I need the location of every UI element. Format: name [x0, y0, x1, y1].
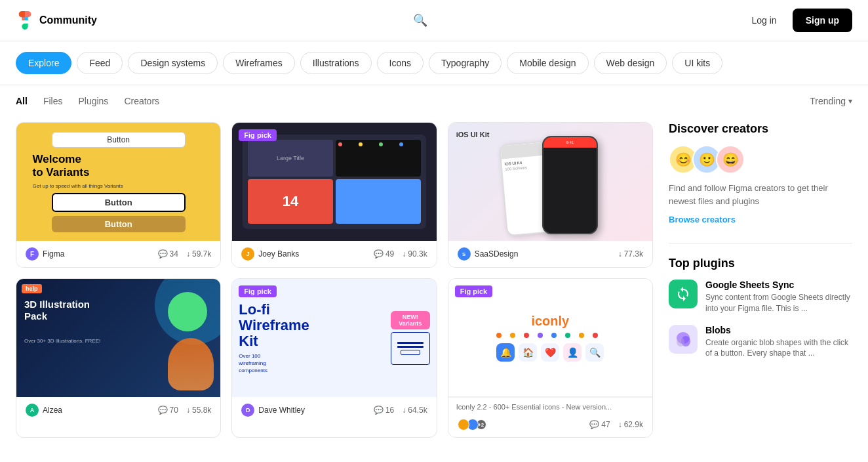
login-button[interactable]: Log in: [744, 10, 785, 31]
card-iconly[interactable]: Fig pick iconly 🔔: [448, 278, 653, 438]
download-icon: ↓: [618, 420, 622, 429]
author-avatar-dave: D: [241, 404, 254, 417]
author-avatar-saas: S: [458, 247, 471, 261]
deco-circle2: [168, 292, 207, 331]
fig-pick-badge-wireframe: Fig pick: [239, 285, 277, 297]
download-icon: ↓: [402, 249, 406, 259]
card-footer-alzea: A Alzea 💬 70 ↓ 55.8k: [16, 397, 220, 423]
creator-avatar-3: 😄: [716, 145, 745, 174]
download-stat-saas: ↓ 77.3k: [618, 249, 643, 259]
nav-tabs: Explore Feed Design systems Wireframes I…: [0, 41, 868, 85]
card-stats-saas: ↓ 77.3k: [618, 249, 643, 259]
figma-avatar-icon: F: [26, 247, 39, 261]
top-plugins-title: Top plugins: [669, 257, 852, 270]
logo: Community: [16, 11, 97, 30]
download-icon: ↓: [186, 249, 190, 259]
download-stat-dave: ↓ 64.5k: [402, 406, 427, 415]
illustration-title: 3D IllustrationPack: [24, 299, 90, 322]
browse-creators-link[interactable]: Browse creators: [669, 215, 736, 224]
card-stats-alzea: 💬 70 ↓ 55.8k: [158, 406, 212, 415]
chevron-down-icon: ▾: [848, 96, 852, 106]
card-author-saas: S SaaSDesign: [458, 247, 519, 261]
discover-creators-title: Discover creators: [669, 122, 852, 136]
card-footer: F Figma 💬 34 ↓ 59.7k: [16, 241, 220, 267]
tab-ui-kits[interactable]: UI kits: [672, 52, 722, 74]
comment-count: 34: [170, 249, 178, 259]
filter-creators[interactable]: Creators: [124, 96, 159, 106]
card-iconly-subtitle: Iconly 2.2 - 600+ Essential icons - New …: [448, 397, 652, 416]
ios-kit-label: iOS UI Kit: [456, 131, 490, 138]
sidebar-divider: [669, 243, 852, 243]
card-author-name-alzea: Alzea: [43, 406, 62, 415]
card-footer-iconly: +2 💬 47 ↓ 62.9k: [448, 416, 652, 437]
card-author-name: Figma: [43, 249, 64, 259]
search-button[interactable]: 🔍: [408, 8, 433, 33]
comment-stat-joey: 💬 49: [374, 249, 394, 259]
main-content: Button Welcometo Variants Get up to spee…: [0, 112, 868, 448]
download-stat: ↓ 59.7k: [186, 249, 211, 259]
google-sheets-info: Google Sheets Sync Sync content from Goo…: [705, 280, 852, 314]
download-count: 77.3k: [624, 249, 643, 259]
fig-pick-badge: Fig pick: [239, 129, 277, 141]
signup-button[interactable]: Sign up: [793, 9, 852, 32]
google-sheets-desc: Sync content from Google Sheets directly…: [705, 292, 852, 314]
card-thumb-title: Welcometo Variants: [33, 153, 205, 179]
person-illustration: [168, 338, 214, 390]
tab-typography[interactable]: Typography: [429, 52, 502, 74]
svg-text:F: F: [30, 251, 34, 258]
comment-stat-alzea: 💬 70: [158, 406, 178, 415]
card-variants[interactable]: Button Welcometo Variants Get up to spee…: [16, 122, 221, 268]
download-count: 55.8k: [192, 406, 211, 415]
card-3d-illustration[interactable]: help 3D IllustrationPack Over 30+ 3D Ill…: [16, 278, 221, 438]
filter-all[interactable]: All: [16, 96, 28, 106]
tab-design-systems[interactable]: Design systems: [128, 52, 218, 74]
iconly-content: iconly 🔔 🏠 ❤: [490, 279, 610, 396]
tab-icons[interactable]: Icons: [377, 52, 424, 74]
download-count: 90.3k: [408, 249, 427, 259]
card-stats-joey: 💬 49 ↓ 90.3k: [374, 249, 427, 259]
help-badge: help: [22, 284, 42, 293]
card-stats: 💬 34 ↓ 59.7k: [158, 249, 212, 259]
card-author-alzea: A Alzea: [26, 404, 62, 417]
card-thumb-btn1: Button: [52, 132, 186, 148]
comment-icon: 💬: [374, 249, 384, 259]
comment-count: 49: [385, 249, 394, 259]
comment-icon: 💬: [158, 406, 168, 415]
card-author-name-saas: SaaSDesign: [475, 249, 519, 259]
filter-bar: All Files Plugins Creators Trending ▾: [0, 85, 868, 112]
creators-avatars: 😊 🙂 😄: [669, 145, 852, 174]
filter-plugins[interactable]: Plugins: [78, 96, 108, 106]
card-ios-kit[interactable]: iOS UI Kit100 Screens 9:41 iOS UI Kit S …: [448, 122, 653, 268]
card-wireframe[interactable]: Fig pick Lo-fiWireframeKit Over 100wiref…: [231, 278, 437, 438]
blobs-info: Blobs Create organic blob shapes with th…: [705, 325, 852, 360]
tab-mobile-design[interactable]: Mobile design: [507, 52, 588, 74]
cards-grid: Button Welcometo Variants Get up to spee…: [16, 122, 653, 438]
card-joey-banks[interactable]: Fig pick Large Title 14 J: [231, 122, 437, 268]
download-stat-joey: ↓ 90.3k: [402, 249, 427, 259]
comment-stat-iconly: 💬 47: [589, 420, 610, 429]
illustration-sub: Over 30+ 3D Illustrations. FREE!: [24, 338, 100, 344]
search-icon: 🔍: [413, 14, 427, 27]
tab-illustrations[interactable]: Illustrations: [300, 52, 372, 74]
download-icon: ↓: [186, 406, 190, 415]
download-icon: ↓: [618, 249, 622, 259]
sort-dropdown[interactable]: Trending ▾: [810, 96, 852, 106]
author-avatar: J: [241, 247, 254, 261]
download-count: 64.5k: [408, 406, 427, 415]
blobs-desc: Create organic blob shapes with the clic…: [705, 337, 852, 360]
tab-explore[interactable]: Explore: [16, 52, 71, 74]
comment-icon: 💬: [374, 406, 384, 415]
plugin-google-sheets[interactable]: Google Sheets Sync Sync content from Goo…: [669, 280, 852, 314]
tab-wireframes[interactable]: Wireframes: [223, 52, 295, 74]
blobs-name: Blobs: [705, 325, 852, 335]
card-stats-iconly: 💬 47 ↓ 62.9k: [589, 420, 643, 429]
logo-title: Community: [39, 14, 97, 26]
plugin-blobs[interactable]: Blobs Create organic blob shapes with th…: [669, 325, 852, 360]
filter-files[interactable]: Files: [43, 96, 63, 106]
download-stat-alzea: ↓ 55.8k: [186, 406, 211, 415]
tab-web-design[interactable]: Web design: [594, 52, 667, 74]
google-sheets-icon: [669, 280, 698, 308]
card-author-name-dave: Dave Whitley: [258, 406, 305, 415]
tab-feed[interactable]: Feed: [77, 52, 123, 74]
author-avatar-alzea: A: [26, 404, 39, 417]
